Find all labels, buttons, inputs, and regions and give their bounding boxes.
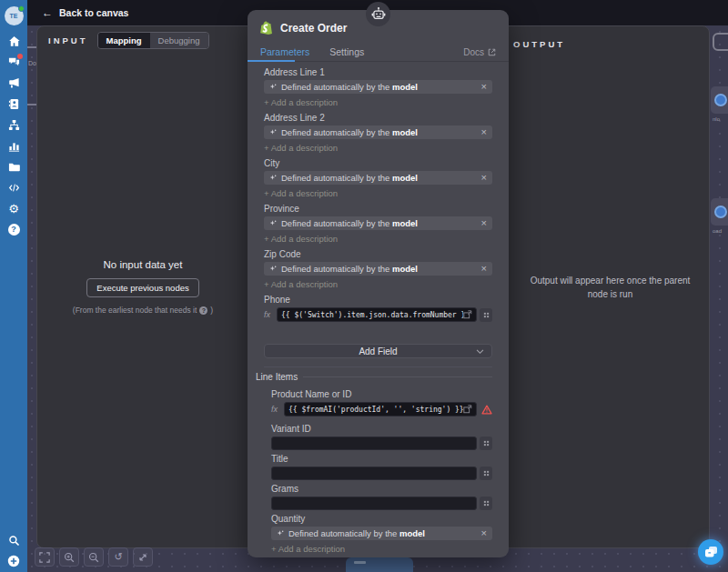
- app-sidebar: TE ⚙ ?: [0, 0, 27, 572]
- add-description-link[interactable]: + Add a description: [271, 544, 492, 554]
- field-label: Province: [264, 204, 492, 214]
- clear-icon[interactable]: ×: [481, 127, 487, 137]
- model-defined-pill[interactable]: Defined automatically by the model ×: [264, 216, 492, 230]
- warning-icon[interactable]: [481, 405, 492, 415]
- docs-link[interactable]: Docs: [463, 47, 496, 57]
- folder-icon[interactable]: [5, 160, 22, 173]
- zoom-out-button[interactable]: [84, 547, 104, 567]
- field-quantity: Quantity Defined automatically by the mo…: [271, 514, 492, 554]
- stack-icon: [483, 312, 490, 318]
- grams-input[interactable]: [271, 497, 477, 510]
- no-input-message: No input data yet: [104, 259, 183, 270]
- clear-icon[interactable]: ×: [481, 82, 487, 92]
- title-input[interactable]: [271, 467, 477, 480]
- sparkle-icon: [269, 266, 277, 273]
- add-description-link[interactable]: + Add a description: [264, 97, 492, 107]
- chat-icon[interactable]: [5, 55, 22, 68]
- ai-assistant-button[interactable]: [366, 2, 390, 26]
- field-label: Product Name or ID: [271, 389, 492, 399]
- node-card-fragment: [711, 86, 728, 114]
- help-circle-icon[interactable]: ?: [199, 306, 207, 315]
- add-description-link[interactable]: + Add a description: [264, 143, 492, 153]
- phone-expression-input[interactable]: {{ $('Switch').item.json.data.fromNumber…: [277, 307, 477, 322]
- field-label: Address Line 2: [264, 113, 492, 123]
- sparkle-icon: [269, 84, 277, 91]
- chevron-down-icon: [476, 349, 484, 355]
- chat-widget-button[interactable]: [698, 539, 723, 565]
- resize-panel-button[interactable]: [133, 547, 153, 567]
- home-icon[interactable]: [5, 35, 22, 47]
- execute-previous-nodes-button[interactable]: Execute previous nodes: [86, 278, 198, 297]
- pill-text: Defined automatically by the model: [288, 528, 425, 538]
- insights-icon[interactable]: [5, 139, 22, 152]
- settings-icon[interactable]: ⚙: [5, 202, 22, 215]
- field-label: Zip Code: [264, 249, 492, 259]
- field-label: Grams: [271, 484, 492, 494]
- field-province: Province Defined automatically by the mo…: [264, 204, 492, 244]
- back-to-canvas-link[interactable]: Back to canvas: [59, 7, 128, 18]
- line-items-section: Line Items Product Name or ID fx {{ $fro…: [264, 366, 492, 557]
- product-expression-input[interactable]: {{ $fromAI('productId', '', 'string') }}: [284, 402, 477, 416]
- contacts-icon[interactable]: [5, 97, 22, 110]
- field-grams: Grams: [271, 484, 492, 510]
- megaphone-icon[interactable]: [5, 76, 22, 89]
- hint-close: ): [210, 306, 213, 315]
- field-label: City: [264, 158, 492, 168]
- reset-zoom-button[interactable]: ↺: [108, 547, 128, 567]
- add-field-button[interactable]: Add Field: [264, 344, 492, 358]
- fit-view-button[interactable]: [35, 547, 55, 567]
- input-hint: (From the earliest node that needs it ? …: [73, 306, 213, 315]
- expression-fx-icon: fx: [271, 405, 281, 414]
- field-product-name-or-id: Product Name or ID fx {{ $fromAI('produc…: [271, 389, 492, 416]
- add-description-link[interactable]: + Add a description: [264, 234, 492, 244]
- active-tab-underline: [248, 60, 295, 62]
- field-label: Phone: [264, 295, 492, 305]
- node-icon: [714, 94, 727, 106]
- expression-toggle-button[interactable]: [480, 467, 492, 480]
- clear-icon[interactable]: ×: [481, 173, 487, 183]
- clear-icon[interactable]: ×: [481, 528, 487, 538]
- model-defined-pill[interactable]: Defined automatically by the model ×: [264, 125, 492, 139]
- dialog-title: Create Order: [280, 22, 347, 35]
- model-defined-pill[interactable]: Defined automatically by the model ×: [264, 262, 492, 276]
- stack-icon: [483, 500, 490, 507]
- field-label: Variant ID: [271, 424, 492, 434]
- online-status-dot: [18, 5, 25, 12]
- model-defined-pill[interactable]: Defined automatically by the model ×: [271, 527, 492, 540]
- search-icon[interactable]: [5, 534, 22, 547]
- add-field-label: Add Field: [359, 346, 397, 356]
- model-defined-pill[interactable]: Defined automatically by the model ×: [264, 80, 492, 94]
- help-icon[interactable]: ?: [5, 223, 22, 236]
- expression-toggle-button[interactable]: [480, 437, 492, 450]
- clear-icon[interactable]: ×: [481, 218, 487, 228]
- add-description-link[interactable]: + Add a description: [264, 188, 492, 198]
- canvas-toolbar: ↺: [35, 547, 153, 567]
- field-variant-id: Variant ID: [271, 424, 492, 450]
- open-editor-icon[interactable]: [463, 405, 472, 414]
- node-label-fragment: Do: [28, 60, 36, 66]
- test-step-button-partial[interactable]: [346, 557, 413, 572]
- field-address-line-1: Address Line 1 Defined automatically by …: [264, 67, 492, 107]
- tab-parameters[interactable]: Parameters: [260, 46, 309, 57]
- code-icon[interactable]: [5, 181, 22, 194]
- model-defined-pill[interactable]: Defined automatically by the model ×: [264, 171, 492, 185]
- pill-text: Defined automatically by the model: [281, 173, 418, 183]
- stack-icon: [483, 440, 490, 447]
- expression-toggle-button[interactable]: [480, 308, 492, 322]
- field-label: Address Line 1: [264, 67, 492, 77]
- add-description-link[interactable]: + Add a description: [264, 279, 492, 289]
- avatar[interactable]: TE: [5, 6, 24, 25]
- variant-id-input[interactable]: [271, 437, 477, 450]
- add-icon[interactable]: [5, 555, 22, 567]
- workflows-icon[interactable]: [5, 118, 22, 131]
- expression-value: {{ $fromAI('productId', '', 'string') }}: [288, 406, 463, 414]
- expression-toggle-button[interactable]: [480, 497, 492, 510]
- field-label: Quantity: [271, 514, 492, 524]
- tab-settings[interactable]: Settings: [329, 46, 364, 57]
- avatar-initials: TE: [10, 13, 18, 19]
- zoom-in-button[interactable]: [59, 547, 79, 567]
- open-editor-icon[interactable]: [463, 310, 472, 319]
- clear-icon[interactable]: ×: [481, 264, 487, 274]
- undo-icon: ↺: [114, 551, 122, 563]
- robot-icon: [369, 5, 389, 24]
